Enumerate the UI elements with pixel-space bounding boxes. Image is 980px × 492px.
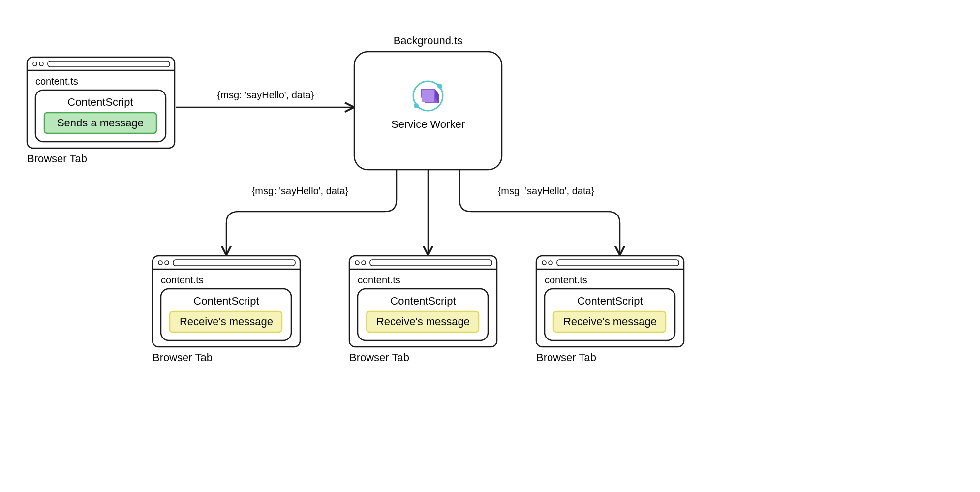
edge-background-to-right: {msg: 'sayHello', data} — [459, 170, 620, 253]
receiver-caption: Browser Tab — [349, 351, 409, 364]
svg-point-9 — [437, 84, 442, 89]
background-title: Background.ts — [394, 34, 463, 47]
receiver-tab: content.ts ContentScript Receive's messa… — [153, 256, 300, 364]
receiver-file-label: content.ts — [545, 275, 587, 285]
svg-text:Sends a message: Sends a message — [57, 117, 144, 129]
edge-source-to-background: {msg: 'sayHello', data} — [176, 90, 352, 107]
background-label: Service Worker — [391, 118, 465, 130]
edge-background-to-left: {msg: 'sayHello', data} — [226, 170, 397, 253]
edge-right-label: {msg: 'sayHello', data} — [498, 185, 595, 196]
source-tab: content.ts ContentScript Sends a message… — [27, 57, 175, 165]
receiver-heading: ContentScript — [193, 295, 259, 307]
svg-text:Receive's message: Receive's message — [180, 315, 273, 328]
receiver-caption: Browser Tab — [153, 351, 213, 364]
receiver-tab: content.ts ContentScript Receive's messa… — [536, 256, 684, 364]
receiver-heading: ContentScript — [577, 295, 643, 307]
receiver-tab: content.ts ContentScript Receive's messa… — [349, 256, 497, 364]
receiver-file-label: content.ts — [358, 275, 400, 285]
edge-left-label: {msg: 'sayHello', data} — [252, 185, 349, 196]
source-caption: Browser Tab — [27, 153, 87, 165]
background-box: Background.ts Service Worker — [354, 34, 502, 170]
source-heading: ContentScript — [67, 96, 133, 108]
svg-text:Receive's message: Receive's message — [376, 315, 470, 328]
source-file-label: content.ts — [35, 76, 78, 87]
svg-text:Receive's message: Receive's message — [563, 315, 657, 328]
receiver-file-label: content.ts — [161, 275, 204, 285]
receiver-caption: Browser Tab — [536, 351, 596, 364]
edge-top-label: {msg: 'sayHello', data} — [217, 90, 314, 100]
svg-point-10 — [414, 103, 419, 108]
receiver-heading: ContentScript — [390, 295, 456, 307]
